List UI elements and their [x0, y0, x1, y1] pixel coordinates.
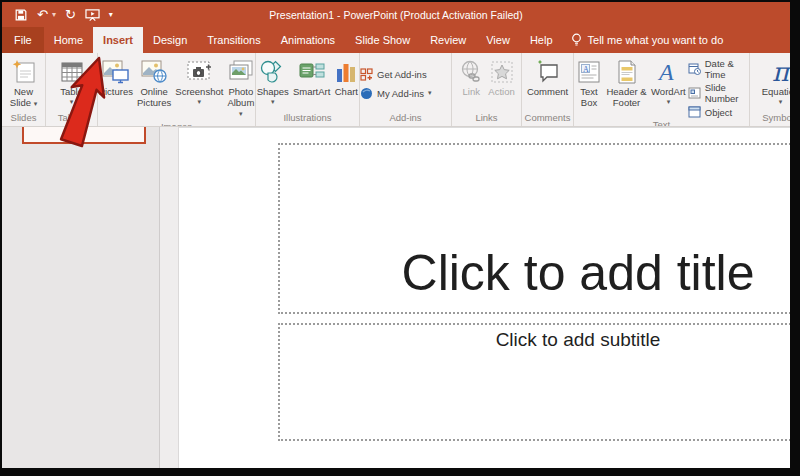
slide-number-icon	[688, 87, 701, 99]
svg-text:A: A	[657, 59, 674, 85]
equation-button[interactable]: π Equation ▾	[760, 56, 790, 106]
tab-slide-show[interactable]: Slide Show	[345, 27, 420, 53]
powerpoint-window: ↶ ▾ ↻ ▾ Presentation1 - PowerPoint (Prod…	[2, 2, 790, 468]
comment-button[interactable]: Comment	[525, 56, 570, 98]
date-time-icon	[688, 63, 701, 75]
shapes-button[interactable]: Shapes ▾	[255, 56, 291, 106]
start-slideshow-icon[interactable]	[85, 8, 100, 22]
dropdown-icon: ▾	[239, 110, 243, 117]
tab-home[interactable]: Home	[44, 27, 93, 53]
tab-view[interactable]: View	[476, 27, 520, 53]
wordart-button[interactable]: A WordArt ▾	[649, 56, 688, 106]
tab-review[interactable]: Review	[420, 27, 476, 53]
link-icon	[458, 57, 484, 87]
save-icon[interactable]	[14, 8, 28, 22]
group-slides: New Slide ▾ Slides	[2, 53, 46, 126]
online-pictures-button[interactable]: Online Pictures	[135, 56, 173, 108]
slide-1-thumbnail[interactable]	[22, 127, 146, 144]
slide-thumbnail-panel[interactable]	[2, 127, 160, 468]
title-placeholder-text: Click to add title	[402, 244, 755, 312]
group-label-symbols: Symbols	[750, 111, 790, 126]
screenshot-icon	[186, 57, 213, 87]
group-label-images: Images	[98, 120, 255, 128]
chart-icon	[334, 57, 358, 87]
title-bar: ↶ ▾ ↻ ▾ Presentation1 - PowerPoint (Prod…	[2, 2, 790, 27]
tab-design[interactable]: Design	[143, 27, 197, 53]
text-box-icon: A	[576, 57, 602, 87]
smartart-button[interactable]: SmartArt	[291, 56, 332, 98]
group-tables: Table ▾ Tables	[46, 53, 98, 126]
chart-button[interactable]: Chart	[332, 56, 360, 98]
slide-canvas[interactable]: Click to add title Click to add subtitle	[179, 127, 790, 468]
pictures-icon	[102, 57, 130, 87]
group-label-addins: Add-ins	[360, 111, 451, 126]
group-addins: Get Add-ins My Add-ins ▾ Add-ins	[360, 53, 452, 126]
tab-transitions[interactable]: Transitions	[197, 27, 270, 53]
subtitle-placeholder[interactable]: Click to add subtitle	[278, 323, 790, 441]
group-links: Link Action Links	[452, 53, 522, 126]
photo-album-button[interactable]: Photo Album ▾	[225, 56, 256, 120]
svg-text:A: A	[583, 65, 589, 74]
action-button: Action	[486, 56, 516, 98]
tab-insert[interactable]: Insert	[93, 27, 143, 53]
get-addins-icon	[360, 68, 373, 80]
dropdown-icon: ▾	[667, 98, 671, 106]
table-icon	[59, 57, 85, 87]
link-button: Link	[456, 56, 486, 98]
date-time-button[interactable]: Date & Time	[688, 58, 749, 80]
group-label-illustrations: Illustrations	[256, 111, 359, 126]
screenshot-frame: ↶ ▾ ↻ ▾ Presentation1 - PowerPoint (Prod…	[0, 0, 800, 476]
new-slide-icon	[11, 57, 37, 87]
group-images: Pictures Online Pictures Screenshot ▾	[98, 53, 256, 126]
group-label-comments: Comments	[522, 111, 573, 126]
header-footer-button[interactable]: Header & Footer	[604, 56, 649, 108]
get-addins-button[interactable]: Get Add-ins	[360, 68, 427, 80]
tab-animations[interactable]: Animations	[271, 27, 345, 53]
title-placeholder[interactable]: Click to add title	[278, 143, 790, 314]
equation-pi-icon: π	[772, 57, 789, 87]
object-icon	[688, 106, 701, 118]
dropdown-icon: ▾	[779, 98, 783, 106]
ribbon-tab-row: File Home Insert Design Transitions Anim…	[2, 27, 790, 53]
wordart-icon: A	[655, 57, 681, 87]
panel-splitter[interactable]	[160, 127, 179, 468]
tab-help[interactable]: Help	[520, 27, 563, 53]
customize-qat-icon[interactable]: ▾	[109, 11, 113, 19]
group-label-links: Links	[452, 111, 521, 126]
object-button[interactable]: Object	[688, 106, 749, 118]
window-title: Presentation1 - PowerPoint (Product Acti…	[2, 9, 790, 21]
slide-number-button[interactable]: Slide Number	[688, 82, 749, 104]
tab-file[interactable]: File	[2, 27, 44, 53]
my-addins-icon	[360, 87, 373, 99]
table-button[interactable]: Table ▾	[57, 56, 87, 106]
dropdown-icon: ▾	[70, 98, 74, 106]
tell-me-box[interactable]: Tell me what you want to do	[563, 27, 732, 53]
action-icon	[489, 57, 515, 87]
shapes-icon	[259, 57, 286, 87]
dropdown-icon: ▾	[428, 89, 432, 97]
group-illustrations: Shapes ▾ SmartArt Chart Illustrations	[256, 53, 360, 126]
lightbulb-icon	[571, 33, 582, 47]
comment-icon	[534, 57, 561, 87]
dropdown-icon: ▾	[34, 100, 38, 107]
group-symbols: π Equation ▾ Symbols	[750, 53, 790, 126]
new-slide-button[interactable]: New Slide ▾	[7, 56, 41, 109]
group-label-tables: Tables	[46, 111, 97, 126]
undo-icon[interactable]: ↶	[37, 8, 48, 21]
screenshot-button[interactable]: Screenshot ▾	[173, 56, 225, 106]
photo-album-icon	[227, 57, 254, 87]
group-label-slides: Slides	[2, 111, 45, 126]
text-box-button[interactable]: A Text Box	[574, 56, 604, 108]
online-pictures-icon	[141, 57, 168, 87]
ribbon-insert: New Slide ▾ Slides Table ▾ Tables	[2, 53, 790, 127]
my-addins-button[interactable]: My Add-ins ▾	[360, 87, 432, 99]
undo-dropdown-icon[interactable]: ▾	[52, 10, 56, 19]
header-footer-icon	[615, 57, 639, 87]
subtitle-placeholder-text: Click to add subtitle	[496, 325, 661, 351]
redo-icon[interactable]: ↻	[65, 8, 76, 21]
pictures-button[interactable]: Pictures	[97, 56, 135, 98]
group-comments: Comment Comments	[522, 53, 574, 126]
dropdown-icon: ▾	[271, 98, 275, 106]
smartart-icon	[298, 57, 326, 87]
main-area: Click to add title Click to add subtitle	[2, 127, 790, 468]
